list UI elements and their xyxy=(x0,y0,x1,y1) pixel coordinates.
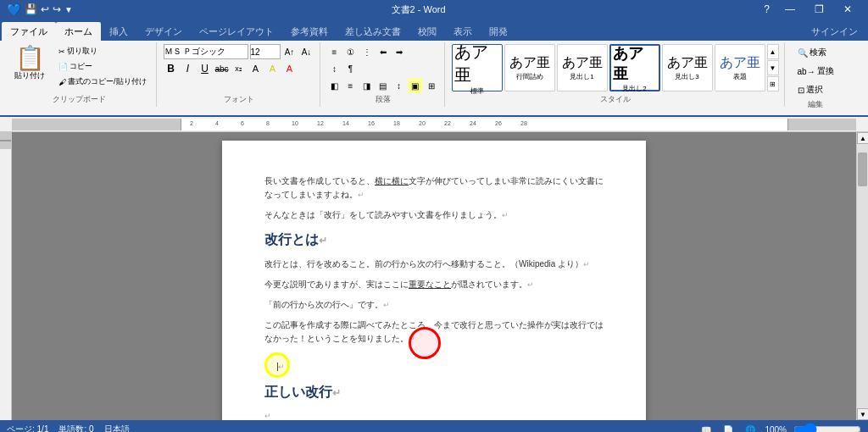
styles-scroll-down[interactable]: ▼ xyxy=(767,60,779,75)
quick-access-more[interactable]: ▼ xyxy=(64,5,73,14)
border-button[interactable]: ⊞ xyxy=(424,78,439,93)
style-heading3[interactable]: あア亜 見出し3 xyxy=(662,44,713,91)
paragraph-group: ≡ ① ⋮ ⬅ ➡ ↕ ¶ ◧ ≡ ◨ ▤ ↕ ▣ ⊞ 段落 xyxy=(322,42,445,107)
close-button[interactable]: ✕ xyxy=(834,2,861,17)
scrollbar-vertical[interactable]: ▲ ▼ xyxy=(856,132,868,420)
search-button[interactable]: 🔍 検索 xyxy=(792,44,840,61)
ruler-22: 22 xyxy=(444,120,451,126)
tab-insert[interactable]: 挿入 xyxy=(101,22,136,41)
bullets-button[interactable]: ≡ xyxy=(327,44,342,59)
style-heading1[interactable]: あア亜 見出し1 xyxy=(557,44,608,91)
styles-scroll-up[interactable]: ▲ xyxy=(767,44,779,59)
tab-dev[interactable]: 開発 xyxy=(481,22,516,41)
pilcrow-button[interactable]: ¶ xyxy=(343,61,359,76)
align-left-button[interactable]: ◧ xyxy=(327,78,342,93)
tab-home[interactable]: ホーム xyxy=(56,22,101,41)
tab-references[interactable]: 参考資料 xyxy=(282,22,337,41)
signin-link[interactable]: サインイン xyxy=(803,22,866,41)
font-clear-button[interactable]: A xyxy=(248,61,264,76)
justify-button[interactable]: ▤ xyxy=(376,78,391,93)
restore-button[interactable]: ❐ xyxy=(805,2,832,17)
tab-mailings[interactable]: 差し込み文書 xyxy=(337,22,409,41)
quick-access-undo[interactable]: ↩ xyxy=(41,3,49,15)
ruler-26: 26 xyxy=(495,120,502,126)
paste-icon: 📋 xyxy=(15,47,45,70)
ruler-8: 8 xyxy=(266,120,270,126)
quick-access-save[interactable]: 💾 xyxy=(25,3,37,15)
web-layout-button[interactable]: 🌐 xyxy=(743,422,758,432)
app-icon: 💙 xyxy=(7,3,21,16)
paragraph-label: 段落 xyxy=(322,94,444,105)
paste-label: 貼り付け xyxy=(14,70,45,81)
font-shrink-button[interactable]: A↓ xyxy=(299,44,314,59)
style-line-spacing[interactable]: あア亜 行間詰め xyxy=(504,44,555,91)
ruler-6: 6 xyxy=(241,120,244,126)
format-copy-button[interactable]: 🖌 書式のコピー/貼り付け xyxy=(54,75,151,89)
minimize-button[interactable]: — xyxy=(776,2,804,17)
editing-group: 🔍 検索 ab→ 置換 ⊡ 選択 編集 xyxy=(787,42,845,112)
tab-review[interactable]: 校閲 xyxy=(409,22,445,41)
numbering-button[interactable]: ① xyxy=(343,44,359,59)
font-group: A↑ A↓ B I U abc x₂ A A A フォント xyxy=(159,42,320,107)
document-page: 長い文書を作成していると、横に横に文字が伸びていってしまい非常に読みにくい文書に… xyxy=(222,141,646,420)
font-color-button[interactable]: A xyxy=(282,61,298,76)
tab-layout[interactable]: ページレイアウト xyxy=(191,22,282,41)
scroll-thumb[interactable] xyxy=(858,152,867,186)
scroll-down-button[interactable]: ▼ xyxy=(857,408,868,420)
scroll-up-button[interactable]: ▲ xyxy=(857,132,868,144)
font-label: フォント xyxy=(159,94,320,105)
style-heading2[interactable]: あア亜 見出し2 xyxy=(609,44,660,91)
language: 日本語 xyxy=(104,424,130,432)
italic-button[interactable]: I xyxy=(181,61,196,76)
heading-1: 改行とは↵ xyxy=(264,229,604,251)
zoom-level: 100% xyxy=(765,425,787,433)
word-count: 単語数: 0 xyxy=(58,424,93,432)
font-grow-button[interactable]: A↑ xyxy=(282,44,298,59)
ruler-2: 2 xyxy=(190,120,193,126)
increase-indent-button[interactable]: ➡ xyxy=(392,44,407,59)
underline-button[interactable]: U xyxy=(198,61,213,76)
style-title[interactable]: あア亜 表題 xyxy=(715,44,765,91)
tab-file[interactable]: ファイル xyxy=(2,22,56,41)
style-standard[interactable]: あア亜 標準 xyxy=(452,44,503,91)
help-button[interactable]: ? xyxy=(764,3,770,15)
tab-view[interactable]: 表示 xyxy=(445,22,481,41)
main-area: 長い文書を作成していると、横に横に文字が伸びていってしまい非常に読みにくい文書に… xyxy=(0,132,868,420)
styles-label: スタイル xyxy=(447,94,784,105)
ruler-14: 14 xyxy=(342,120,349,126)
title-bar: 💙 💾 ↩ ↪ ▼ 文書2 - Word ? — ❐ ✕ xyxy=(0,0,868,19)
copy-button[interactable]: 📄 コピー xyxy=(54,59,151,74)
para-6: この記事を作成する際に調べてみたところ、今まで改行と思っていた操作が実は改行では… xyxy=(264,318,604,346)
ruler-24: 24 xyxy=(470,120,476,126)
vertical-ruler xyxy=(0,132,12,420)
subscript-button[interactable]: x₂ xyxy=(231,61,247,76)
cut-button[interactable]: ✂ 切り取り xyxy=(54,44,151,58)
decrease-indent-button[interactable]: ⬅ xyxy=(376,44,391,59)
zoom-slider[interactable] xyxy=(793,425,861,432)
align-center-button[interactable]: ≡ xyxy=(343,78,359,93)
print-layout-button[interactable]: 📄 xyxy=(721,422,736,432)
document-area[interactable]: 長い文書を作成していると、横に横に文字が伸びていってしまい非常に読みにくい文書に… xyxy=(12,132,856,420)
ruler-area: 2 4 6 8 10 12 14 16 18 20 22 24 26 28 xyxy=(0,117,868,132)
font-name-input[interactable] xyxy=(164,44,248,59)
bold-button[interactable]: B xyxy=(164,61,179,76)
ruler-12: 12 xyxy=(317,120,324,126)
font-size-input[interactable] xyxy=(250,44,281,59)
cursor-area: | ↵ xyxy=(264,352,604,378)
highlight-button[interactable]: A xyxy=(265,61,281,76)
styles-expand[interactable]: ⊞ xyxy=(767,76,779,91)
replace-button[interactable]: ab→ 置換 xyxy=(792,63,840,80)
strikethrough-button[interactable]: abc xyxy=(214,61,230,76)
multilevel-button[interactable]: ⋮ xyxy=(359,44,375,59)
sort-button[interactable]: ↕ xyxy=(327,61,342,76)
tab-design[interactable]: デザイン xyxy=(136,22,191,41)
line-spacing-button[interactable]: ↕ xyxy=(392,78,407,93)
ruler-4: 4 xyxy=(215,120,219,126)
paste-button[interactable]: 📋 貼り付け xyxy=(8,44,51,84)
read-mode-button[interactable]: 📖 xyxy=(698,422,714,432)
align-right-button[interactable]: ◨ xyxy=(359,78,375,93)
scroll-track[interactable] xyxy=(857,144,868,408)
shading-button[interactable]: ▣ xyxy=(408,78,423,93)
select-button[interactable]: ⊡ 選択 xyxy=(792,81,840,98)
quick-access-redo[interactable]: ↪ xyxy=(53,3,61,15)
